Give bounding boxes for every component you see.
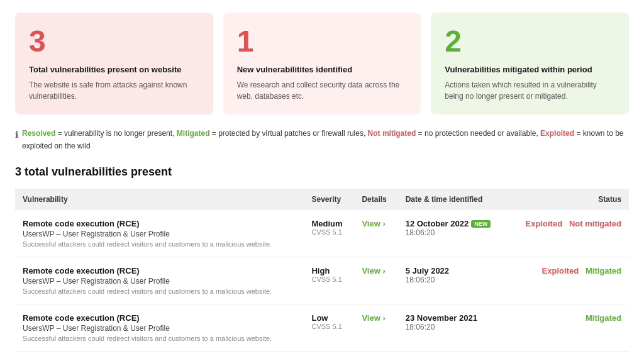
- date-cell: 12 October 2022NEW 18:06:20: [398, 210, 508, 257]
- table-row: Remote code execution (RCE) UsersWP – Us…: [15, 210, 629, 257]
- th-date: Date & time identified: [398, 189, 508, 210]
- table-row: Remote code execution (RCE) UsersWP – Us…: [15, 257, 629, 304]
- status-exploited-label: Exploited: [542, 266, 579, 275]
- vuln-name: Remote code execution (RCE): [23, 219, 296, 228]
- severity-cell: Low CVSS 5.1: [304, 304, 354, 351]
- date-time: 18:06:20: [406, 228, 500, 237]
- th-details: Details: [354, 189, 397, 210]
- info-bar: ℹ Resolved = vulnerability is no longer …: [15, 127, 629, 153]
- status-cell: Mitigated: [508, 304, 629, 351]
- exploited-label: Exploited: [540, 129, 574, 138]
- section-title: 3 total vulnerabilities present: [15, 165, 629, 179]
- date-cell: 5 July 2022 18:06:20: [398, 257, 508, 304]
- cvss-score: CVSS 5.1: [311, 275, 347, 283]
- vuln-description: Successful attackers could redirect visi…: [23, 287, 296, 295]
- view-details-link[interactable]: View: [362, 313, 385, 323]
- severity-cell: Medium CVSS 5.1: [304, 210, 354, 257]
- info-icon: ℹ: [15, 128, 18, 143]
- status-mitigated-label: Mitigated: [586, 313, 621, 323]
- th-severity: Severity: [304, 189, 354, 210]
- th-status: Status: [508, 189, 629, 210]
- severity-value: Low: [311, 313, 347, 323]
- table-row: Remote code execution (RCE) UsersWP – Us…: [15, 304, 629, 351]
- date-value: 5 July 2022: [406, 266, 500, 275]
- details-cell[interactable]: View: [354, 304, 397, 351]
- cvss-score: CVSS 5.1: [311, 228, 347, 236]
- vuln-plugin: UsersWP – User Registration & User Profi…: [23, 277, 296, 286]
- th-vulnerability: Vulnerability: [15, 189, 304, 210]
- card-mitigated-vulnerabilities: 2 Vulnerabilities mitigated within perio…: [431, 13, 629, 114]
- card-new-title: New vulnerabilitites identified: [237, 65, 408, 74]
- severity-cell: High CVSS 5.1: [304, 257, 354, 304]
- vuln-name: Remote code execution (RCE): [23, 266, 296, 275]
- resolved-label: Resolved: [22, 129, 55, 138]
- new-badge: NEW: [471, 220, 491, 228]
- view-details-link[interactable]: View: [362, 266, 385, 275]
- status-cell: Exploited Mitigated: [508, 257, 629, 304]
- status-exploited-label: Exploited: [526, 219, 563, 228]
- card-new-desc: We research and collect security data ac…: [237, 79, 408, 102]
- cvss-score: CVSS 5.1: [311, 323, 347, 330]
- card-mitigated-title: Vulnerabilities mitigated within period: [445, 65, 615, 74]
- summary-cards: 3 Total vulnerabilities present on websi…: [15, 13, 629, 114]
- mitigated-label: Mitigated: [177, 129, 210, 138]
- vuln-plugin: UsersWP – User Registration & User Profi…: [23, 324, 296, 333]
- table-header-row: Vulnerability Severity Details Date & ti…: [15, 189, 629, 210]
- card-new-number: 1: [237, 25, 408, 58]
- vuln-description: Successful attackers could redirect visi…: [23, 335, 296, 342]
- date-cell: 23 November 2021 18:06:20: [398, 304, 508, 351]
- card-mitigated-desc: Actions taken which resulted in a vulner…: [445, 79, 615, 102]
- status-mitigated-label: Not mitigated: [569, 219, 621, 228]
- card-total-number: 3: [29, 25, 199, 58]
- vuln-cell: Remote code execution (RCE) UsersWP – Us…: [15, 210, 304, 257]
- date-value: 12 October 2022NEW: [406, 219, 500, 228]
- vuln-name: Remote code execution (RCE): [23, 313, 296, 323]
- severity-value: Medium: [311, 219, 347, 228]
- card-total-title: Total vulnerabilities present on website: [29, 65, 199, 74]
- card-total-desc: The website is safe from attacks against…: [29, 79, 199, 102]
- vuln-cell: Remote code execution (RCE) UsersWP – Us…: [15, 304, 304, 351]
- details-cell[interactable]: View: [354, 257, 397, 304]
- severity-value: High: [311, 266, 347, 275]
- info-text: Resolved = vulnerability is no longer pr…: [22, 127, 629, 153]
- not-mitigated-text: = no protection needed or available,: [416, 129, 540, 138]
- vuln-description: Successful attackers could redirect visi…: [23, 240, 296, 248]
- vuln-plugin: UsersWP – User Registration & User Profi…: [23, 230, 296, 238]
- card-total-vulnerabilities: 3 Total vulnerabilities present on websi…: [15, 13, 213, 114]
- resolved-text: = vulnerability is no longer present,: [55, 129, 176, 138]
- card-new-vulnerabilities: 1 New vulnerabilitites identified We res…: [223, 13, 421, 114]
- date-time: 18:06:20: [406, 275, 500, 284]
- view-details-link[interactable]: View: [362, 219, 385, 228]
- details-cell[interactable]: View: [354, 210, 397, 257]
- vuln-cell: Remote code execution (RCE) UsersWP – Us…: [15, 257, 304, 304]
- date-value: 23 November 2021: [406, 313, 500, 323]
- not-mitigated-label: Not mitigated: [368, 129, 416, 138]
- card-mitigated-number: 2: [445, 25, 615, 58]
- status-cell: Exploited Not mitigated: [508, 210, 629, 257]
- mitigated-text: = protected by virtual patches or firewa…: [209, 129, 367, 138]
- date-time: 18:06:20: [406, 323, 500, 331]
- status-mitigated-label: Mitigated: [586, 266, 621, 275]
- vulnerability-table: Vulnerability Severity Details Date & ti…: [15, 189, 629, 352]
